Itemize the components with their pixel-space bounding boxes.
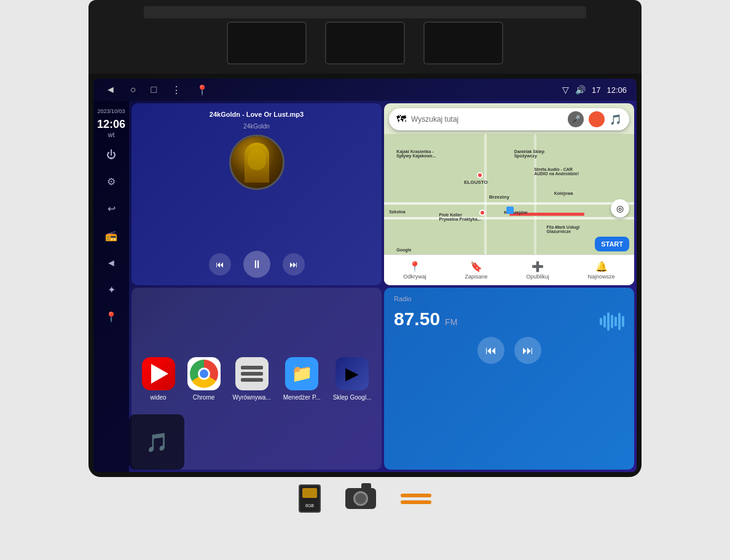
eq-bar-2	[241, 372, 263, 376]
map-bus-stop	[506, 207, 514, 214]
music-controls: ⏮ ⏸ ⏭	[139, 251, 374, 278]
app-item-video[interactable]: wideo	[142, 357, 175, 401]
map-nav-saved[interactable]: 🔖 Zapisane	[465, 261, 488, 280]
playstore-app-icon: ▶	[336, 357, 369, 390]
map-label-google: Google	[396, 248, 411, 252]
back-button[interactable]: ↩	[98, 196, 124, 222]
discover-label: Odkrywaj	[403, 274, 426, 280]
eq-bar-3	[241, 378, 263, 382]
map-nav-discover[interactable]: 📍 Odkrywaj	[403, 261, 426, 280]
app-item-playstore[interactable]: ▶ Sklep Googl...	[333, 357, 372, 401]
map-audio-icon: 🎵	[610, 114, 622, 125]
chrome-circle-icon	[190, 360, 218, 388]
map-label-elgusto: ELGUSTO	[464, 179, 488, 185]
nav-home-button[interactable]: ○	[128, 83, 139, 97]
road-horizontal-1	[384, 202, 634, 205]
radio-side-button[interactable]: 📻	[98, 223, 124, 249]
equalizer-app-label: Wyrównywa...	[233, 394, 271, 401]
accessories-section	[299, 484, 431, 513]
playstore-icon: ▶	[345, 363, 359, 384]
power-button[interactable]: ⏻	[98, 142, 124, 168]
map-label-fliz: Fliz-Mark UsługiGlazurnicze	[547, 225, 580, 234]
current-time: 12:06	[606, 85, 627, 95]
music-title: 24kGoldn - Love Or Lust.mp3	[139, 111, 374, 118]
video-app-icon	[142, 357, 175, 390]
map-label-kajaki: Kajaki Krasieńka -Spływy Kajakowe...	[396, 149, 436, 158]
map-mic-button[interactable]: 🎤	[568, 111, 584, 127]
radio-prev-button[interactable]: ⏮	[477, 337, 504, 364]
map-label-brzeziny: Brzeziny	[489, 194, 509, 200]
nav-recent-button[interactable]: □	[149, 83, 160, 97]
volume-icon: 🔊	[575, 85, 586, 95]
bluetooth-button[interactable]: ✦	[98, 277, 124, 303]
main-content-grid: 24kGoldn - Love Or Lust.mp3 24kGoldn ⏮ ⏸…	[129, 101, 637, 472]
map-label-szkolna: Szkolna	[389, 210, 405, 214]
radio-controls: ⏮ ⏭	[394, 337, 624, 364]
publish-icon: ➕	[532, 261, 544, 272]
app-item-filemanager[interactable]: 📁 Menedżer P...	[283, 357, 321, 401]
app-item-chrome[interactable]: Chrome	[187, 357, 221, 401]
next-track-button[interactable]: ⏭	[283, 253, 305, 275]
sd-card-accessory	[299, 484, 321, 513]
music-artist: 24kGoldn	[139, 123, 374, 130]
map-nav-latest[interactable]: 🔔 Najnowsze	[588, 261, 615, 280]
head-unit: ◄ ○ □ ⋮ 📍 ▽ 🔊 17 12:06 2023/10/03 12:06 …	[88, 74, 642, 477]
wifi-icon: ▽	[562, 85, 569, 95]
mount-slot-3	[423, 22, 503, 65]
mount-top-bar	[144, 6, 586, 18]
chrome-app-icon	[187, 357, 221, 390]
wave-bar-5	[614, 317, 617, 326]
nav-menu-button[interactable]: ⋮	[169, 83, 184, 97]
radio-label: Radio	[394, 295, 624, 302]
radio-frequency: 87.50	[394, 309, 440, 329]
map-record-button[interactable]	[589, 111, 605, 127]
radio-freq-row: 87.50 FM	[394, 309, 624, 331]
latest-icon: 🔔	[595, 261, 608, 272]
music-panel: 24kGoldn - Love Or Lust.mp3 24kGoldn ⏮ ⏸…	[131, 103, 382, 285]
location-button[interactable]: 📍	[98, 304, 124, 330]
pause-button[interactable]: ⏸	[243, 251, 270, 278]
radio-next-button[interactable]: ⏭	[514, 337, 541, 364]
chrome-app-label: Chrome	[193, 394, 215, 401]
wave-bar-7	[622, 316, 624, 327]
settings-button[interactable]: ⚙	[98, 169, 124, 195]
side-panel: 2023/10/03 12:06 wt ⏻ ⚙ ↩ 📻 ◄ ✦ 📍	[93, 101, 129, 472]
wave-bar-6	[618, 313, 621, 330]
map-label-strefa: Strefa Audio - CARAUDIO na Androidzie!	[534, 167, 579, 176]
status-right: ▽ 🔊 17 12:06	[562, 85, 627, 95]
sd-label	[302, 488, 317, 498]
eq-bar-1	[241, 366, 263, 369]
prev-track-button[interactable]: ⏮	[209, 253, 231, 275]
status-left: ◄ ○ □ ⋮ 📍	[103, 83, 211, 97]
audio-wave-icon: 🎵	[146, 432, 168, 453]
map-nav-publish[interactable]: ➕ Opublikuj	[526, 261, 549, 280]
prev-side-button[interactable]: ◄	[98, 250, 124, 276]
map-search-bar[interactable]: 🗺 Wyszukaj tutaj 🎤 🎵	[389, 108, 629, 130]
wave-bar-1	[600, 318, 602, 325]
map-location-button[interactable]: ◎	[611, 199, 629, 218]
car-mount-bracket	[88, 0, 642, 74]
tool-bar-2	[401, 500, 431, 504]
nav-maps-button[interactable]: 📍	[194, 83, 211, 97]
folder-icon: 📁	[291, 363, 313, 384]
camera-accessory	[345, 488, 376, 509]
video-app-label: wideo	[150, 394, 166, 401]
map-label-danielak: Danielak SklepSpożywczy	[514, 149, 544, 158]
camera-icon	[345, 488, 376, 509]
map-start-button[interactable]: START	[595, 237, 629, 251]
date-display: 2023/10/03 12:06 wt	[97, 106, 125, 138]
filemanager-app-icon: 📁	[285, 357, 318, 390]
play-triangle-icon	[151, 364, 168, 384]
nav-back-button[interactable]: ◄	[103, 83, 118, 97]
publish-label: Opublikuj	[526, 274, 549, 280]
wave-bar-4	[611, 315, 613, 328]
map-panel[interactable]: 🗺 Wyszukaj tutaj 🎤 🎵 Kajaki Krasieńka -S…	[384, 103, 634, 285]
tools-accessory	[401, 494, 431, 504]
app-item-equalizer[interactable]: Wyrównywa...	[233, 357, 271, 401]
mount-slot-1	[227, 22, 307, 65]
saved-label: Zapisane	[465, 274, 488, 280]
audio-widget[interactable]: 🎵	[129, 414, 184, 470]
road-horizontal-2	[384, 217, 634, 219]
volume-level: 17	[592, 85, 600, 95]
side-time-text: 12:06	[97, 118, 125, 131]
